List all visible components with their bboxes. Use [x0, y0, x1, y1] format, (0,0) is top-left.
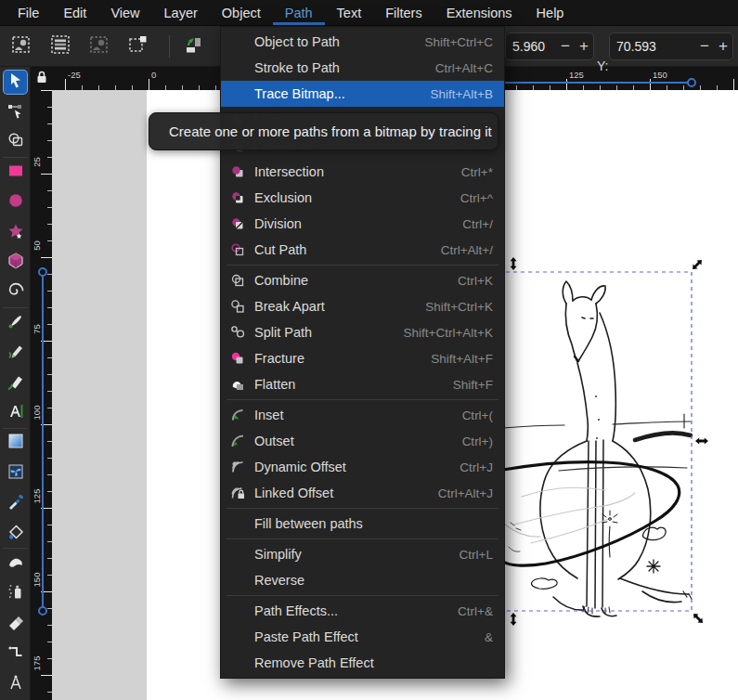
select-all-in-all-layers-icon: [50, 34, 71, 58]
x-coordinate-field[interactable]: 5.960 − +: [505, 32, 594, 60]
selection-extent-dot: [38, 267, 47, 277]
menu-item-shortcut: Ctrl+&: [458, 604, 493, 618]
menubar: FileEditViewLayerObjectPathTextFiltersEx…: [0, 0, 738, 26]
menu-item-linked-offset[interactable]: Linked OffsetCtrl+Alt+J: [221, 480, 504, 506]
select-all-button[interactable]: [6, 31, 37, 62]
menu-item-paste-path-effect[interactable]: Paste Path Effect&: [221, 624, 504, 650]
flatten-icon: [228, 377, 247, 392]
menubar-item-file[interactable]: File: [6, 0, 51, 25]
tool-rectangle[interactable]: [4, 161, 27, 184]
tool-tweak[interactable]: [4, 551, 27, 575]
deselect-button[interactable]: [84, 31, 115, 62]
dog-sketch[interactable]: [540, 281, 692, 616]
menu-item-fill-between-paths[interactable]: Fill between paths: [221, 511, 504, 537]
menu-item-combine[interactable]: CombineCtrl+K: [221, 267, 504, 293]
menu-item-intersection[interactable]: IntersectionCtrl+*: [221, 159, 504, 185]
menu-item-simplify[interactable]: SimplifyCtrl+L: [221, 541, 504, 567]
shape-builder-icon: [6, 131, 25, 153]
vruler-label: 150: [32, 566, 42, 594]
menu-item-shortcut: Ctrl+J: [460, 460, 493, 474]
menu-item-shortcut: Ctrl+(: [462, 408, 493, 422]
menubar-item-text[interactable]: Text: [325, 0, 374, 25]
menubar-item-edit[interactable]: Edit: [51, 0, 98, 25]
tool-box-3d[interactable]: [4, 251, 27, 274]
selection-box-button[interactable]: [123, 31, 154, 62]
menu-item-remove-path-effect[interactable]: Remove Path Effect: [221, 650, 504, 676]
menu-item-break-apart[interactable]: Break ApartShift+Ctrl+K: [221, 293, 504, 319]
tool-pencil[interactable]: [4, 342, 27, 365]
menu-item-shortcut: Shift+F: [453, 378, 493, 392]
y-coordinate-value[interactable]: 70.593: [610, 39, 695, 54]
selection-extent-vertical: [42, 272, 44, 611]
menu-item-flatten[interactable]: FlattenShift+F: [221, 371, 504, 397]
menu-separator: [227, 265, 498, 266]
menu-item-label: Inset: [254, 408, 449, 422]
vertical-ruler[interactable]: 255075100125150175: [31, 90, 52, 700]
vruler-label: 125: [32, 483, 42, 511]
tool-ellipse[interactable]: [4, 191, 27, 214]
menu-item-cut-path[interactable]: Cut PathCtrl+Alt+/: [221, 237, 504, 263]
tool-eraser[interactable]: [4, 612, 27, 635]
tool-mesh-gradient[interactable]: [4, 461, 27, 485]
calligraphy-icon: [6, 372, 25, 395]
tool-star[interactable]: [4, 221, 27, 244]
menu-item-shortcut: Shift+Ctrl+C: [424, 35, 493, 49]
menu-item-shortcut: Ctrl+Alt+C: [435, 61, 493, 75]
tool-shape-builder[interactable]: [4, 131, 27, 154]
menubar-item-path[interactable]: Path: [273, 0, 325, 25]
menu-item-reverse[interactable]: Reverse: [221, 567, 504, 593]
menu-item-label: Combine: [254, 273, 445, 288]
menu-item-division[interactable]: DivisionCtrl+/: [221, 211, 504, 237]
menubar-item-object[interactable]: Object: [210, 0, 273, 25]
x-plus-button[interactable]: +: [575, 33, 593, 59]
tooltip: Create one or more paths from a bitmap b…: [149, 112, 498, 150]
menu-item-path-effects[interactable]: Path Effects...Ctrl+&: [221, 598, 504, 624]
menu-item-exclusion[interactable]: ExclusionCtrl+^: [221, 185, 504, 211]
menubar-item-layer[interactable]: Layer: [152, 0, 210, 25]
menu-item-object-to-path[interactable]: Object to PathShift+Ctrl+C: [221, 29, 504, 55]
tool-node-editor[interactable]: [4, 100, 27, 123]
text-icon: [6, 402, 25, 424]
menu-item-trace-bitmap[interactable]: Trace Bitmap...Shift+Alt+B: [221, 81, 504, 107]
menu-item-inset[interactable]: InsetCtrl+(: [221, 402, 504, 428]
tool-measure[interactable]: [4, 672, 27, 695]
tool-calligraphy[interactable]: [4, 371, 27, 395]
menu-item-outset[interactable]: OutsetCtrl+): [221, 428, 504, 454]
tool-paint-bucket[interactable]: [4, 522, 27, 545]
tool-dropper[interactable]: [4, 492, 27, 515]
menu-item-split-path[interactable]: Split PathShift+Ctrl+Alt+K: [221, 319, 504, 345]
tool-gradient[interactable]: [4, 432, 27, 455]
x-minus-button[interactable]: −: [556, 33, 575, 59]
rectangle-icon: [6, 162, 25, 184]
tool-text[interactable]: [4, 401, 27, 424]
y-coordinate-field[interactable]: 70.593 − +: [609, 32, 733, 60]
select-all-in-all-layers-button[interactable]: [45, 31, 76, 62]
menu-item-shortcut: Shift+Alt+F: [431, 352, 493, 366]
x-coordinate-value[interactable]: 5.960: [506, 39, 556, 54]
blank-icon: [228, 655, 247, 670]
box-3d-icon: [6, 252, 25, 274]
tool-pen[interactable]: [4, 311, 27, 334]
vruler-label: 75: [32, 316, 42, 344]
hruler-label: 0: [151, 70, 156, 80]
menu-item-dynamic-offset[interactable]: Dynamic OffsetCtrl+J: [221, 454, 504, 480]
tool-spiral[interactable]: [4, 281, 27, 305]
tool-spray[interactable]: [4, 582, 27, 605]
blank-icon: [228, 60, 247, 75]
menubar-item-filters[interactable]: Filters: [373, 0, 434, 25]
y-minus-button[interactable]: −: [695, 33, 714, 59]
menubar-item-extensions[interactable]: Extensions: [434, 0, 524, 25]
y-plus-button[interactable]: +: [714, 33, 732, 59]
rotate-90-ccw-button[interactable]: [178, 31, 210, 62]
selection-extent-dot: [38, 606, 47, 616]
tool-selector[interactable]: [4, 71, 27, 94]
tool-connector[interactable]: [4, 642, 27, 666]
menubar-item-help[interactable]: Help: [524, 0, 576, 25]
menu-item-stroke-to-path[interactable]: Stroke to PathCtrl+Alt+C: [221, 55, 504, 81]
lock-guides-icon[interactable]: [35, 70, 48, 88]
ruler-corner[interactable]: [31, 67, 52, 90]
menu-item-fracture[interactable]: FractureShift+Alt+F: [221, 345, 504, 371]
blank-icon: [228, 629, 247, 644]
menu-item-label: Path Effects...: [254, 603, 445, 618]
menubar-item-view[interactable]: View: [98, 0, 151, 25]
